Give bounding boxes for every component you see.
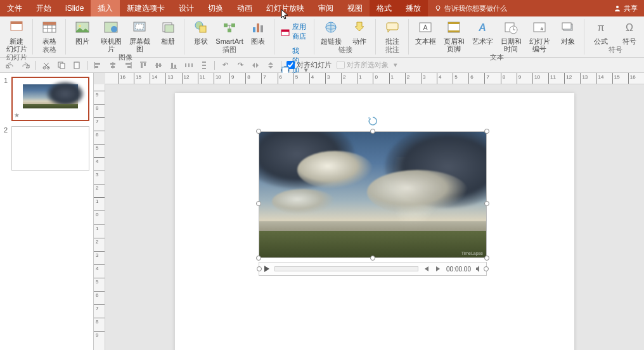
tab-islide[interactable]: iSlide	[58, 0, 91, 16]
cut-button[interactable]	[41, 60, 51, 70]
equation-button[interactable]: π 公式	[588, 18, 614, 45]
textbox-button[interactable]: A 文本框	[413, 18, 438, 45]
online-pictures-icon	[102, 18, 120, 36]
step-back-button[interactable]	[421, 264, 431, 274]
slide-canvas[interactable]: TimeLapse 00:00.00	[105, 84, 644, 350]
tab-home[interactable]: 开始	[29, 0, 58, 16]
selection-handle[interactable]	[370, 256, 375, 261]
datetime-button[interactable]: 日期和时间	[498, 18, 524, 53]
svg-rect-10	[43, 22, 56, 25]
animation-indicator-icon: ★	[14, 112, 20, 119]
selection-handle[interactable]	[256, 201, 261, 206]
tab-new-tab[interactable]: 新建选项卡	[120, 0, 172, 16]
workspace: 1 ★ 2 1615141312111098765432101234567891…	[0, 73, 644, 350]
tab-file[interactable]: 文件	[0, 0, 29, 16]
align-middle-v-button[interactable]	[153, 60, 164, 70]
undo-button[interactable]	[5, 60, 15, 70]
hyperlink-button[interactable]: 超链接	[318, 18, 344, 45]
svg-text:Ω: Ω	[626, 22, 633, 33]
ruler-vertical: 9876543210123456789	[94, 84, 105, 350]
tab-insert[interactable]: 插入	[91, 0, 120, 16]
slide-number-button[interactable]: # 幻灯片 编号	[527, 18, 552, 53]
selection-handle[interactable]	[256, 129, 261, 134]
new-slide-button[interactable]: 新建 幻灯片	[4, 18, 29, 53]
copy-button[interactable]	[56, 60, 67, 70]
slide-thumb-2[interactable]	[11, 126, 89, 171]
share-button[interactable]: 共享	[607, 4, 644, 13]
play-button[interactable]	[262, 264, 272, 274]
flip-h-button[interactable]	[250, 60, 261, 70]
svg-rect-18	[165, 25, 174, 32]
wordart-button[interactable]: A 艺术字	[470, 18, 495, 45]
align-bottom-button[interactable]	[169, 60, 179, 70]
datetime-icon	[502, 18, 520, 36]
selection-handle[interactable]	[257, 266, 262, 271]
symbol-button[interactable]: Ω 符号	[617, 18, 642, 45]
svg-rect-39	[448, 22, 460, 24]
selection-handle[interactable]	[370, 129, 375, 134]
group-comments-label: 批注	[385, 45, 399, 56]
volume-button[interactable]	[473, 264, 484, 274]
tab-slideshow[interactable]: 幻灯片放映	[259, 0, 311, 16]
hyperlink-icon	[322, 18, 340, 36]
online-pictures-button[interactable]: 联机图片	[98, 18, 124, 53]
redo-button[interactable]	[20, 60, 30, 70]
selection-handle[interactable]	[484, 266, 489, 271]
slide-number-icon: #	[531, 18, 548, 36]
action-button[interactable]: 动作	[347, 18, 372, 45]
pictures-icon	[74, 18, 91, 36]
tab-playback[interactable]: 播放	[399, 0, 428, 16]
smartart-button[interactable]: SmartArt	[217, 18, 242, 45]
flip-v-button[interactable]	[266, 60, 276, 70]
tab-review[interactable]: 审阅	[311, 0, 340, 16]
svg-rect-74	[156, 63, 158, 68]
svg-point-2	[616, 6, 619, 8]
store-button[interactable]: 应用商店	[278, 21, 311, 42]
selection-handle[interactable]	[484, 129, 489, 134]
slide-thumb-1[interactable]: ★	[11, 77, 89, 121]
tab-format[interactable]: 格式	[370, 0, 399, 16]
distribute-h-button[interactable]	[184, 60, 194, 70]
tell-me[interactable]: 告诉我你想要做什么	[434, 4, 507, 13]
shapes-icon	[192, 18, 210, 36]
step-forward-button[interactable]	[434, 264, 444, 274]
group-links: 超链接 动作 链接	[314, 16, 376, 57]
shapes-button[interactable]: 形状	[188, 18, 214, 45]
table-button[interactable]: 表格	[37, 18, 62, 45]
chevron-down-icon[interactable]: ▾	[394, 61, 397, 69]
align-top-button[interactable]	[138, 60, 148, 70]
align-right-button[interactable]	[123, 60, 133, 70]
paste-button[interactable]	[72, 60, 82, 70]
pictures-button[interactable]: 图片	[70, 18, 95, 45]
video-object[interactable]: TimeLapse 00:00.00	[259, 131, 487, 276]
align-left-button[interactable]	[93, 60, 103, 70]
group-addins: 应用商店 我的加载项▾ 加载项	[274, 16, 314, 57]
comment-button[interactable]: 批注	[380, 18, 405, 45]
group-illustrations-label: 插图	[222, 45, 236, 56]
object-button[interactable]: 对象	[555, 18, 581, 45]
selection-handle[interactable]	[256, 256, 261, 261]
svg-text:#: #	[541, 26, 544, 32]
rotate-right-button[interactable]: ↷	[235, 60, 245, 70]
tab-animations[interactable]: 动画	[230, 0, 259, 16]
svg-rect-71	[141, 63, 143, 68]
equation-icon: π	[592, 18, 610, 36]
align-center-h-button[interactable]	[108, 60, 118, 70]
distribute-v-button[interactable]	[199, 60, 209, 70]
tab-design[interactable]: 设计	[172, 0, 201, 16]
align-selected-checkbox[interactable]: 对齐所选对象	[337, 60, 389, 70]
album-button[interactable]: 相册	[155, 18, 181, 45]
group-text-label: 文本	[490, 53, 504, 63]
slide-1[interactable]: TimeLapse 00:00.00	[175, 93, 574, 350]
selection-handle[interactable]	[484, 201, 489, 206]
video-seek-track[interactable]	[274, 266, 418, 271]
chart-button[interactable]: 图表	[245, 18, 271, 45]
video-frame[interactable]: TimeLapse	[259, 131, 487, 258]
tab-transitions[interactable]: 切换	[201, 0, 230, 16]
tab-view[interactable]: 视图	[340, 0, 370, 16]
header-footer-button[interactable]: 页眉和页脚	[441, 18, 467, 53]
selection-handle[interactable]	[484, 256, 489, 261]
rotate-handle[interactable]	[368, 116, 378, 127]
rotate-left-button[interactable]: ↶	[220, 60, 230, 70]
screenshot-button[interactable]: 屏幕截图	[127, 18, 152, 53]
